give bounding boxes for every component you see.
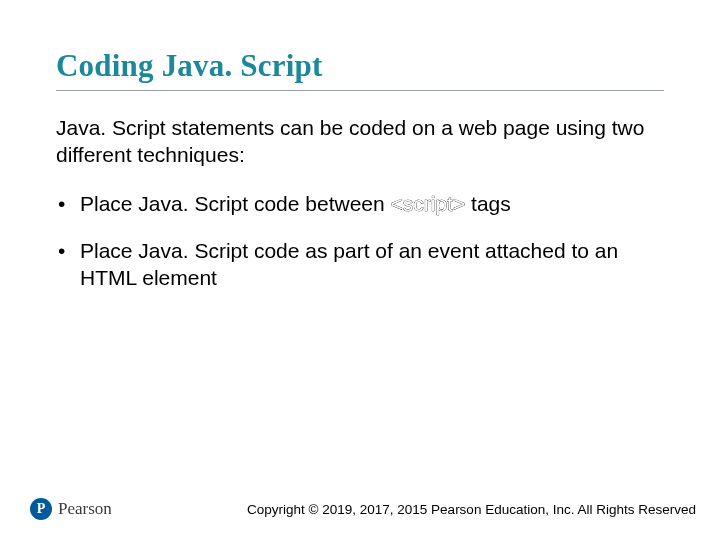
slide-footer: P Pearson Copyright © 2019, 2017, 2015 P…	[0, 498, 720, 520]
slide-title: Coding Java. Script	[56, 48, 664, 84]
copyright-text: Copyright © 2019, 2017, 2015 Pearson Edu…	[247, 502, 696, 517]
title-rule	[56, 90, 664, 91]
pearson-logo: P Pearson	[30, 498, 112, 520]
bullet-text: Place Java. Script code as part of an ev…	[80, 239, 618, 289]
code-tag-outline: <script>	[391, 192, 466, 215]
list-item: Place Java. Script code between <script>…	[56, 191, 664, 218]
list-item: Place Java. Script code as part of an ev…	[56, 238, 664, 292]
bullet-text-pre: Place Java. Script code between	[80, 192, 391, 215]
pearson-logo-text: Pearson	[58, 499, 112, 519]
bullet-text-post: tags	[465, 192, 511, 215]
slide: Coding Java. Script Java. Script stateme…	[0, 0, 720, 540]
bullet-list: Place Java. Script code between <script>…	[56, 191, 664, 292]
lead-paragraph: Java. Script statements can be coded on …	[56, 115, 664, 169]
pearson-logo-icon: P	[30, 498, 52, 520]
